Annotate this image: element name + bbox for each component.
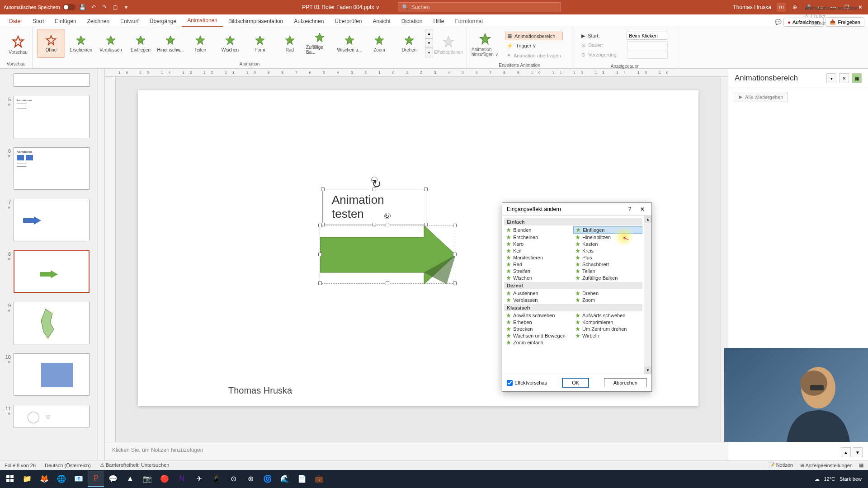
resize-handle[interactable]: [453, 224, 457, 227]
redo-icon[interactable]: ↷: [101, 4, 108, 11]
anim-rad[interactable]: Rad: [276, 29, 304, 58]
gallery-down[interactable]: ▼: [425, 38, 433, 48]
effect-item[interactable]: Ausdehnen: [504, 290, 573, 296]
app-icon[interactable]: 🔴: [156, 471, 173, 487]
slide-thumb-9[interactable]: [14, 302, 90, 344]
trigger-button[interactable]: ⚡Trigger ∨: [505, 42, 563, 50]
tab-einfuegen[interactable]: Einfügen: [49, 16, 81, 27]
effect-item[interactable]: Einfliegen: [573, 226, 642, 234]
edge-icon[interactable]: 🌊: [277, 471, 293, 487]
play-all-button[interactable]: ▶Alle wiedergeben: [734, 92, 788, 102]
vlc-icon[interactable]: ▲: [122, 471, 138, 487]
effect-item[interactable]: Manifestieren: [504, 254, 573, 261]
anim-erscheinen[interactable]: Erscheinen: [67, 29, 95, 58]
scroll-down-icon[interactable]: ▼: [644, 366, 651, 374]
app-icon[interactable]: 💼: [311, 471, 327, 487]
comments-icon[interactable]: 💬: [774, 19, 782, 26]
tab-hilfe[interactable]: Hilfe: [428, 16, 449, 27]
weather-icon[interactable]: ☁: [815, 476, 820, 482]
tab-formformat[interactable]: Formformat: [449, 16, 488, 27]
tab-entwurf[interactable]: Entwurf: [115, 16, 144, 27]
anim-wischen-u[interactable]: Wischen u...: [335, 29, 363, 58]
firefox-icon[interactable]: 🦊: [36, 471, 52, 487]
animation-pane-button[interactable]: ▦Animationsbereich: [505, 32, 563, 40]
tab-animationen[interactable]: Animationen: [182, 15, 223, 27]
effect-item[interactable]: Abwärts schweben: [504, 312, 573, 319]
effect-item[interactable]: Teilen: [573, 268, 642, 274]
textbox-selected[interactable]: Animation testen ↻: [322, 189, 426, 225]
effect-item[interactable]: Zoom einfach: [504, 339, 573, 346]
anim-wischen[interactable]: Wischen: [216, 29, 244, 58]
notes-toggle[interactable]: 📝 Notizen: [769, 462, 793, 468]
view-normal-icon[interactable]: ▦: [859, 462, 863, 468]
tab-aufzeichnen[interactable]: Aufzeichnen: [288, 16, 329, 27]
anim-einfliegen[interactable]: Einfliegen: [127, 29, 155, 58]
present-icon[interactable]: ▢: [112, 4, 119, 11]
anim-ohne[interactable]: Ohne: [37, 29, 65, 58]
resize-handle[interactable]: [424, 188, 428, 191]
onenote-icon[interactable]: N: [174, 471, 190, 487]
powerpoint-icon[interactable]: P: [88, 471, 104, 487]
resize-handle[interactable]: [318, 224, 322, 227]
tab-bildschirmpraesentation[interactable]: Bildschirmpräsentation: [223, 16, 288, 27]
rotation-handle[interactable]: ↻: [371, 177, 377, 183]
checkbox-input[interactable]: [507, 380, 513, 386]
effect-item[interactable]: Karo: [504, 241, 573, 247]
anim-hineinschweben[interactable]: Hineinschw...: [156, 29, 184, 58]
app-icon[interactable]: 📄: [294, 471, 310, 487]
resize-handle[interactable]: [386, 224, 389, 227]
thumb-scrollbar[interactable]: [97, 69, 104, 460]
effect-scrollbar[interactable]: ▲ ▼: [644, 216, 651, 374]
display-settings[interactable]: 🖥 Anzeigeeinstellungen: [799, 463, 853, 468]
resize-handle[interactable]: [318, 253, 322, 256]
effect-item[interactable]: Hineinblitzen: [573, 234, 642, 240]
effect-item[interactable]: Wischen: [504, 275, 573, 281]
anim-verblassen[interactable]: Verblassen: [97, 29, 125, 58]
explorer-icon[interactable]: 📁: [19, 471, 35, 487]
slide-thumb-10[interactable]: [14, 353, 90, 396]
save-icon[interactable]: 💾: [79, 4, 86, 11]
help-button[interactable]: ?: [625, 205, 634, 214]
effect-item[interactable]: Rad: [504, 261, 573, 267]
effect-item[interactable]: Blenden: [504, 226, 573, 234]
resize-handle[interactable]: [453, 282, 457, 285]
anim-drehen[interactable]: Drehen: [395, 29, 423, 58]
resize-handle[interactable]: [318, 282, 322, 285]
slide-thumb-7[interactable]: [14, 199, 90, 241]
user-avatar[interactable]: TH: [777, 3, 786, 12]
effect-item[interactable]: Schachbrett: [573, 261, 642, 267]
tab-start[interactable]: Start: [27, 16, 49, 27]
obs-icon[interactable]: ⊙: [225, 471, 241, 487]
pane-dropdown[interactable]: ▾: [826, 73, 836, 83]
effect-item[interactable]: Streifen: [504, 268, 573, 274]
autosave-toggle[interactable]: Automatisches Speichern: [4, 4, 75, 10]
notes-pane[interactable]: Klicken Sie, um Notizen hinzuzufügen: [105, 442, 728, 460]
start-input[interactable]: [627, 32, 667, 40]
move-down-button[interactable]: ▼: [853, 447, 863, 457]
effect-item[interactable]: Erscheinen: [504, 234, 573, 240]
preview-button[interactable]: Vorschau: [5, 29, 32, 61]
resize-handle[interactable]: [386, 282, 389, 285]
app-icon[interactable]: 🌀: [259, 471, 276, 487]
effect-item[interactable]: Plus: [573, 254, 642, 261]
effect-item[interactable]: Keil: [504, 248, 573, 254]
slide-thumb-6[interactable]: Animationen──────────: [14, 147, 90, 190]
undo-icon[interactable]: ↶: [90, 4, 97, 11]
rotation-handle[interactable]: ↻: [384, 213, 391, 219]
add-animation-button[interactable]: Animation hinzufügen ∨: [472, 29, 499, 61]
app-icon[interactable]: ⊕: [242, 471, 259, 487]
effect-item[interactable]: Strecken: [504, 326, 573, 332]
pane-dock[interactable]: ▦: [852, 73, 862, 83]
tab-uebergaenge[interactable]: Übergänge: [144, 16, 182, 27]
effect-item[interactable]: Drehen: [573, 290, 642, 296]
slide-thumb-11[interactable]: ♡: [14, 405, 90, 427]
anim-form[interactable]: Form: [246, 29, 274, 58]
effect-item[interactable]: Aufwärts schweben: [573, 312, 642, 319]
effect-item[interactable]: Um Zentrum drehen: [573, 326, 642, 332]
telegram-icon[interactable]: ✈: [191, 471, 207, 487]
app-icon[interactable]: 📷: [139, 471, 156, 487]
slide-thumb-5[interactable]: Animationen───────────────: [14, 96, 90, 138]
document-title[interactable]: PPT 01 Roter Faden 004.pptx ∨: [302, 4, 380, 10]
tab-ansicht[interactable]: Ansicht: [367, 16, 396, 27]
effect-item[interactable]: Erheben: [504, 319, 573, 325]
